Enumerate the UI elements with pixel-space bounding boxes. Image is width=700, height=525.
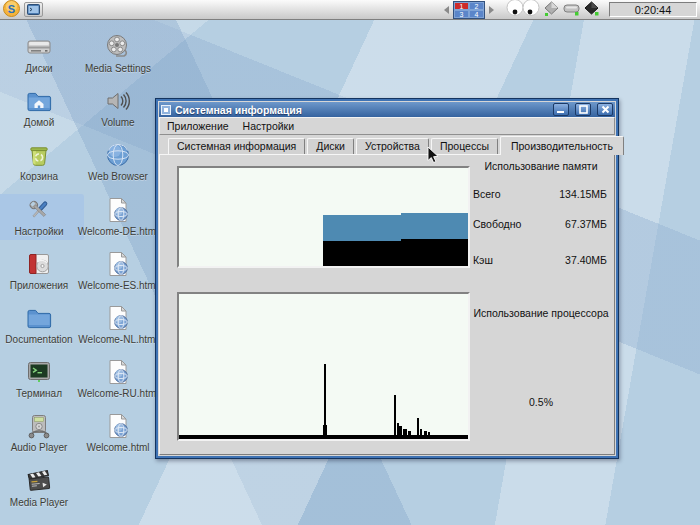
desktop-icon-trash[interactable]: Корзина (0, 139, 84, 185)
memory-usage-chart (177, 166, 470, 268)
tab-1[interactable]: Диски (307, 138, 354, 154)
desktop-icon-welcome-es[interactable]: Welcome-ES.html (73, 248, 163, 294)
desktop-icon-label: Welcome-RU.html (73, 388, 163, 399)
tools-icon (25, 196, 53, 224)
desktop-icon-welcome-nl[interactable]: Welcome-NL.html (73, 302, 163, 348)
desktop-icon-label: Корзина (0, 171, 84, 182)
workspace-4[interactable]: 4 (469, 10, 484, 18)
desktop-icon-label: Documentation (0, 334, 84, 345)
desktop-icon-audio-player[interactable]: Audio Player (0, 410, 84, 456)
speaker-icon (104, 87, 132, 115)
desktop-icon-media-player[interactable]: Media Player (0, 465, 84, 511)
globe-icon (104, 141, 132, 169)
window-icon (161, 105, 171, 115)
menu-item-application[interactable]: Приложение (167, 120, 229, 132)
desktop-icon-label: Welcome-DE.html (73, 226, 163, 237)
desktop-icon-terminal[interactable]: Терминал (0, 356, 84, 402)
terminal-launcher-icon (24, 2, 43, 17)
desktop-icon-media-settings[interactable]: Media Settings (73, 31, 163, 77)
desktop-icon-web-browser[interactable]: Web Browser (73, 139, 163, 185)
desktop-icon-documentation[interactable]: Documentation (0, 302, 84, 348)
suse-logo-icon: S (3, 0, 20, 20)
cpu-stats: Использование процессора 0.5% (471, 307, 611, 437)
tab-3[interactable]: Процессы (431, 138, 498, 154)
reel-icon (104, 33, 132, 61)
modem-monitor-tray-icon[interactable] (563, 0, 580, 20)
desktop-icon-label: Домой (0, 117, 84, 128)
desktop-icon-label: Welcome-ES.html (73, 280, 163, 291)
memory-stats: Использование памяти Всего134.15МБСвобод… (471, 160, 611, 280)
pager-next-arrow[interactable] (489, 6, 494, 14)
minimize-button[interactable] (553, 103, 569, 116)
close-button[interactable] (597, 103, 613, 116)
pager-prev-arrow[interactable] (444, 6, 449, 14)
workspace-pager: 1234 (453, 1, 485, 19)
cpu-value: 0.5% (471, 396, 611, 408)
desktop-icon-settings[interactable]: Настройки (0, 194, 84, 240)
tab-0[interactable]: Системная информация (168, 138, 305, 154)
desktop-icon-volume[interactable]: Volume (73, 85, 163, 131)
taskbar-clock: 0:20:44 (609, 2, 697, 17)
desktop-icon-label: Welcome.html (73, 442, 163, 453)
svg-text:S: S (8, 2, 15, 14)
tabstrip: Системная информацияДискиУстройстваПроце… (159, 135, 615, 154)
workspace-1[interactable]: 1 (454, 2, 469, 10)
html-icon (104, 250, 132, 278)
package-icon (25, 250, 53, 278)
system-info-window: Системная информация ПриложениеНастройки… (155, 98, 619, 459)
maximize-button[interactable] (575, 103, 591, 116)
desktop-icon-label: Audio Player (0, 442, 84, 453)
cpu-usage-chart (177, 292, 470, 441)
html-icon (104, 196, 132, 224)
audio-icon (25, 412, 53, 440)
memory-row-1: Свободно67.37МБ (473, 218, 607, 230)
taskbar: S 1234 (0, 0, 700, 20)
html-icon (104, 358, 132, 386)
desktop-icon-label: Media Player (0, 497, 84, 508)
cpu-monitor-tray-icon[interactable] (544, 0, 559, 20)
html-icon (104, 304, 132, 332)
xeyes-applet (506, 0, 540, 20)
tab-2[interactable]: Устройства (356, 138, 429, 154)
desktop-icon-disks[interactable]: Диски (0, 31, 84, 77)
trash-icon (25, 141, 53, 169)
network-monitor-tray-icon[interactable] (584, 0, 599, 20)
window-title: Системная информация (175, 104, 547, 116)
desktop-icon-home[interactable]: Домой (0, 85, 84, 131)
desktop-icon-label: Welcome-NL.html (73, 334, 163, 345)
cpu-header: Использование процессора (471, 307, 611, 319)
menubar: ПриложениеНастройки (159, 117, 615, 135)
memory-header: Использование памяти (471, 160, 611, 172)
clapper-icon (25, 467, 53, 495)
folder-icon (25, 304, 53, 332)
desktop-icon-label: Media Settings (73, 63, 163, 74)
performance-panel: Использование памяти Всего134.15МБСвобод… (159, 154, 615, 455)
desktop-wallpaper: ДискиMedia SettingsДомойVolumeКорзинаWeb… (0, 20, 700, 525)
memory-row-0: Всего134.15МБ (473, 188, 607, 200)
desktop-icon-label: Web Browser (73, 171, 163, 182)
homefolder-icon (25, 87, 53, 115)
desktop-icon-label: Терминал (0, 388, 84, 399)
desktop-icon-label: Приложения (0, 280, 84, 291)
desktop-icon-welcome-ru[interactable]: Welcome-RU.html (73, 356, 163, 402)
workspace-2[interactable]: 2 (469, 2, 484, 10)
desktop-icon-label: Настройки (0, 226, 84, 237)
desktop-icon-welcome[interactable]: Welcome.html (73, 410, 163, 456)
terminal-launcher-button[interactable] (24, 1, 43, 19)
desktop-icon-label: Volume (73, 117, 163, 128)
window-titlebar[interactable]: Системная информация (159, 102, 615, 117)
workspace-3[interactable]: 3 (454, 10, 469, 18)
html-icon (104, 412, 132, 440)
desktop-icon-welcome-de[interactable]: Welcome-DE.html (73, 194, 163, 240)
tab-4-active[interactable]: Производительность (500, 136, 624, 155)
start-menu-button[interactable]: S (3, 1, 20, 19)
memory-row-2: Кэш37.40МБ (473, 254, 607, 266)
menu-item-settings[interactable]: Настройки (243, 120, 295, 132)
desktop-icon-label: Диски (0, 63, 84, 74)
disk-icon (25, 33, 53, 61)
terminal-icon (25, 358, 53, 386)
desktop-icon-applications[interactable]: Приложения (0, 248, 84, 294)
